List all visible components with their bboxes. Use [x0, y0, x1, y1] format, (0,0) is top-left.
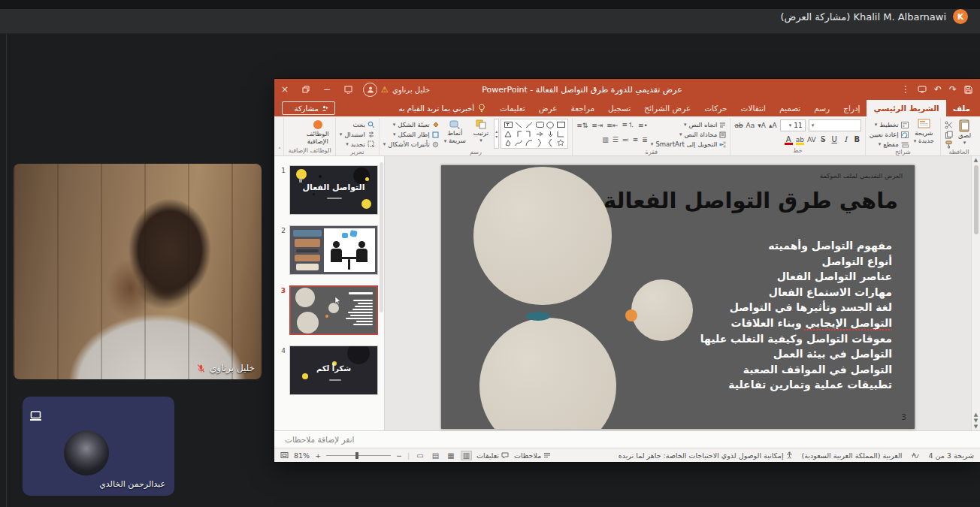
text-direction-button[interactable]: اتجاه النص▾ [651, 120, 727, 129]
presenter-avatar[interactable]: K [953, 9, 968, 24]
font-color-button[interactable]: A [785, 135, 793, 143]
numbering-button[interactable]: ⒈≡ [622, 120, 634, 130]
bold-button[interactable]: B [853, 135, 861, 143]
slide-bullet-list[interactable]: مفهوم التواصل وأهميته أنواع التواصل عناص… [700, 238, 892, 393]
shrink-font-button[interactable]: A▾ [758, 122, 766, 129]
slide-thumbnail-4[interactable]: شكراً لكم [289, 346, 378, 395]
align-text-button[interactable]: محاذاة النص▾ [651, 130, 727, 139]
ribbon-display-options-icon[interactable] [337, 79, 358, 100]
align-right-button[interactable]: ≣ [642, 136, 648, 143]
account-chip[interactable]: ⚠ خليل برناوي [363, 83, 430, 97]
section-button[interactable]: مقطع▾ [870, 140, 909, 149]
minimize-button[interactable]: − [316, 79, 337, 100]
previous-slide-icon[interactable]: ▲ [974, 412, 978, 418]
video-tile-khalil[interactable]: خليل برناوي [14, 164, 262, 379]
scrollbar-thumb[interactable] [974, 165, 978, 234]
tab-design[interactable]: تصميم [773, 100, 807, 116]
character-spacing-button[interactable]: AV [807, 136, 816, 143]
undo-icon[interactable]: ↶ [934, 84, 942, 95]
layout-button[interactable]: تخطيط▾ [870, 120, 909, 129]
tab-animations[interactable]: حركات [697, 100, 733, 116]
normal-view-icon[interactable]: ▥ [461, 451, 471, 460]
tab-slideshow[interactable]: عرض الشرائح [637, 100, 697, 116]
format-painter-button[interactable] [945, 140, 953, 149]
find-button[interactable]: بحث [340, 120, 375, 129]
change-case-button[interactable]: Aa [746, 122, 755, 129]
tab-file[interactable]: ملف [946, 100, 977, 116]
tab-draw[interactable]: رسم [807, 100, 836, 116]
new-slide-button[interactable]: شريحة جديدة ▾ [912, 119, 936, 145]
slide-indicator[interactable]: شريحة 3 من 4 [928, 451, 974, 460]
select-button[interactable]: تحديد▾ [340, 140, 375, 149]
reading-view-icon[interactable]: ▤ [431, 451, 440, 460]
qat-more-icon[interactable]: ⋮ [901, 84, 910, 95]
align-left-button[interactable]: ≔ [622, 136, 629, 143]
line-spacing-button[interactable]: ⇅≡ [576, 122, 588, 129]
strikethrough-button[interactable]: S [819, 135, 827, 143]
redo-icon[interactable]: ↷ [949, 84, 957, 95]
slideshow-view-icon[interactable]: ▭ [415, 451, 425, 460]
next-slide-icon[interactable]: ▼ [974, 418, 978, 424]
shapes-gallery-scroll[interactable]: ▴▾ [494, 119, 499, 149]
shapes-gallery[interactable] [501, 119, 568, 149]
slide-thumbnail-2[interactable] [289, 225, 378, 275]
italic-button[interactable]: I [842, 135, 850, 143]
slide-title[interactable]: ماهي طرق التواصل الفعالة [603, 188, 898, 213]
tell-me-box[interactable]: أخبرني بما تريد القيام به [391, 100, 493, 116]
tab-review[interactable]: مراجعة [564, 100, 602, 116]
paste-button[interactable]: لصق ▾ [956, 119, 973, 146]
text-highlight-button[interactable]: ab [796, 136, 804, 143]
tab-view[interactable]: عرض [532, 100, 564, 116]
replace-button[interactable]: استبدال▾ [340, 130, 375, 139]
shape-fill-button[interactable]: تعبئة الشكل▾ [383, 120, 439, 129]
zoom-level[interactable]: 81% [294, 451, 310, 460]
slide-canvas[interactable]: العرض التقديمي لملف الحوكمة ماهي طرق الت… [441, 165, 915, 429]
zoom-slider-thumb[interactable] [355, 452, 358, 459]
share-button[interactable]: مشاركة ▾ [282, 101, 335, 115]
grow-font-button[interactable]: A▴ [769, 122, 777, 129]
touch-mode-icon[interactable] [918, 86, 927, 93]
tab-help[interactable]: تعليمات [493, 100, 532, 116]
justify-button[interactable]: ☰ [612, 136, 619, 143]
tab-transitions[interactable]: انتقالات [734, 100, 773, 116]
notes-pane[interactable]: انقر لإضافة ملاحظات [274, 430, 980, 448]
thumbnails-scrollbar[interactable] [380, 162, 383, 312]
convert-smartart-button[interactable]: التحويل إلى SmartArt▾ [651, 140, 727, 149]
indent-decrease-button[interactable]: ⇤≡ [606, 122, 618, 129]
video-tile-abdulrahman[interactable]: عبدالرحمن الخالدي [23, 397, 174, 496]
restore-button[interactable] [295, 79, 316, 100]
scroll-up-icon[interactable]: ▲ [974, 157, 978, 163]
tab-record[interactable]: تسجيل [601, 100, 637, 116]
reset-button[interactable]: إعادة تعيين [870, 130, 909, 139]
underline-button[interactable]: U [830, 135, 839, 143]
tab-insert[interactable]: إدراج [836, 100, 867, 116]
clear-formatting-button[interactable]: ab [734, 122, 743, 129]
slide-thumbnail-3[interactable] [289, 285, 378, 335]
close-button[interactable]: × [274, 79, 295, 100]
shape-outline-button[interactable]: إطار الشكل▾ [383, 130, 439, 139]
font-name-combo[interactable]: ▾ [809, 119, 861, 131]
scroll-down-icon[interactable]: ▼ [974, 424, 978, 430]
comments-button[interactable]: تعليقات [476, 451, 509, 460]
slide-scrollbar[interactable]: ▲ ▲ ▼ ▼ [971, 156, 980, 430]
font-size-combo[interactable]: 11▾ [780, 119, 806, 131]
arrange-button[interactable]: ترتيب ▾ [471, 119, 491, 143]
spellcheck-icon[interactable] [911, 451, 919, 459]
indent-increase-button[interactable]: ⇥≡ [591, 122, 603, 129]
quick-styles-button[interactable]: أنماط سريعة ▾ [442, 119, 468, 145]
slide-thumbnail-1[interactable]: التواصل الفعال [289, 165, 378, 215]
addins-button[interactable]: الوظائف الإضافية [304, 119, 331, 146]
align-center-button[interactable]: ≡ [633, 136, 639, 143]
notes-button[interactable]: ملاحظات [514, 451, 551, 460]
collapse-ribbon-icon[interactable]: ˄ [278, 147, 281, 154]
language-indicator[interactable]: العربية (المملكة العربية السعودية) [802, 451, 903, 460]
zoom-in-button[interactable]: + [315, 451, 321, 460]
copy-button[interactable] [945, 130, 953, 139]
zoom-out-button[interactable]: − [396, 451, 402, 460]
accessibility-checker[interactable]: إمكانية الوصول لذوي الاحتياجات الخاصة: ج… [619, 451, 793, 460]
zoom-slider[interactable] [326, 455, 391, 456]
fit-slide-icon[interactable] [280, 451, 289, 459]
bullets-button[interactable]: •≡ [638, 122, 648, 129]
shape-effects-button[interactable]: تأثيرات الأشكال▾ [383, 140, 439, 149]
tab-home[interactable]: الشريط الرئيسي [867, 100, 945, 116]
